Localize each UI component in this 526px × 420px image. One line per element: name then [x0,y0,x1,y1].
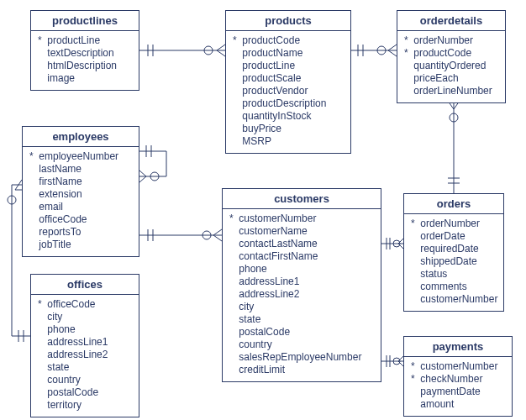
attr-list: * employeeNumber* lastName* firstName* e… [23,147,139,256]
attr-row: * city [229,301,374,313]
svg-point-37 [393,240,400,247]
attr-name: quantityOrdered [413,60,486,71]
attr-row: * addressLine2 [229,288,374,301]
key-star-icon: * [229,213,236,225]
attr-row: * customerNumber [411,360,505,373]
attr-row: * MSRP [233,135,344,148]
attr-row: * orderNumber [411,218,497,230]
attr-name: orderNumber [420,218,480,229]
attr-row: * officeCode [38,298,132,311]
svg-line-32 [15,180,22,190]
attr-name: contactLastName [239,238,317,249]
attr-row: * employeeNumber [29,150,132,163]
attr-name: territory [47,399,82,411]
attr-list: * productCode* productName* productLine*… [226,31,350,153]
attr-name: extension [39,188,82,200]
svg-line-5 [217,50,225,56]
attr-row: * contactFirstName [229,250,374,263]
entity-title: orders [404,194,503,214]
attr-name: state [47,361,69,373]
entity-orderdetails: orderdetails * orderNumber* productCode*… [397,10,506,103]
attr-name: productName [242,47,302,59]
attr-row: * city [38,311,132,323]
entity-products: products * productCode* productName* pro… [225,10,351,154]
attr-row: * priceEach [404,72,498,85]
attr-row: * orderDate [411,230,497,243]
attr-name: phone [239,263,266,275]
attr-row: * creditLimit [229,364,374,376]
attr-list: * productLine* textDescription* htmlDesc… [31,31,139,90]
attr-name: addressLine2 [239,288,299,300]
svg-line-4 [217,45,225,50]
attr-name: contactFirstName [239,250,318,262]
attr-name: employeeNumber [39,150,118,162]
attr-name: productDescription [242,97,326,109]
attr-name: firstName [39,176,82,187]
attr-name: customerName [239,225,307,237]
attr-row: * salesRepEmployeeNumber [229,351,374,364]
attr-name: checkNumber [420,373,482,385]
attr-row: * country [229,339,374,351]
attr-row: * quantityInStock [233,110,344,123]
attr-row: * extension [29,188,132,201]
attr-row: * buyPrice [233,123,344,135]
attr-name: reportsTo [39,226,81,238]
svg-line-21 [139,171,146,176]
attr-name: city [47,311,62,323]
attr-row: * state [229,313,374,326]
attr-name: status [420,268,447,280]
entity-title: products [226,11,350,31]
attr-name: customerNumber [420,360,497,372]
attr-name: lastName [39,163,82,175]
attr-name: quantityInStock [242,110,311,122]
attr-name: productCode [413,47,471,59]
entity-customers: customers * customerNumber* customerName… [222,188,381,382]
rel-productlines-products [139,45,225,56]
attr-list: * orderNumber* productCode* quantityOrde… [397,31,505,102]
attr-row: * state [38,361,132,374]
entity-title: employees [23,127,139,147]
attr-row: * orderLineNumber [404,85,498,97]
attr-name: state [239,313,260,325]
attr-row: * postalCode [229,326,374,339]
entity-orders: orders * orderNumber* orderDate* require… [403,193,504,312]
attr-name: officeCode [39,213,87,225]
svg-line-10 [388,45,397,50]
svg-point-43 [393,358,400,365]
attr-name: htmlDescription [47,60,117,71]
attr-row: * orderNumber [404,34,498,47]
key-star-icon: * [411,360,418,373]
svg-point-20 [150,172,159,181]
attr-name: MSRP [242,135,271,147]
key-star-icon: * [38,298,45,311]
attr-name: orderDate [420,230,465,242]
attr-row: * jobTitle [29,239,132,251]
attr-name: addressLine1 [47,336,108,348]
attr-name: jobTitle [39,239,71,250]
svg-line-22 [139,176,146,182]
attr-name: postalCode [239,326,290,338]
svg-point-26 [203,231,211,239]
entity-employees: employees * employeeNumber* lastName* fi… [22,126,139,257]
attr-row: * phone [229,263,374,276]
attr-name: customerNumber [239,213,316,224]
svg-line-28 [213,235,222,241]
attr-row: * addressLine2 [38,349,132,361]
attr-name: productLine [47,34,100,46]
rel-customers-orders [381,238,403,249]
entity-title: orderdetails [397,11,505,31]
attr-name: priceEach [413,72,458,84]
attr-row: * lastName [29,163,132,176]
attr-row: * quantityOrdered [404,60,498,72]
attr-name: productCode [242,34,300,46]
attr-name: officeCode [47,298,95,310]
attr-name: comments [420,281,466,292]
attr-row: * checkNumber [411,373,505,386]
attr-row: * textDescription [38,47,132,60]
attr-row: * customerName [229,225,374,238]
key-star-icon: * [411,373,418,386]
attr-row: * addressLine1 [229,276,374,288]
key-star-icon: * [411,218,418,230]
attr-name: customerNumber [420,293,497,305]
svg-point-31 [8,196,16,204]
